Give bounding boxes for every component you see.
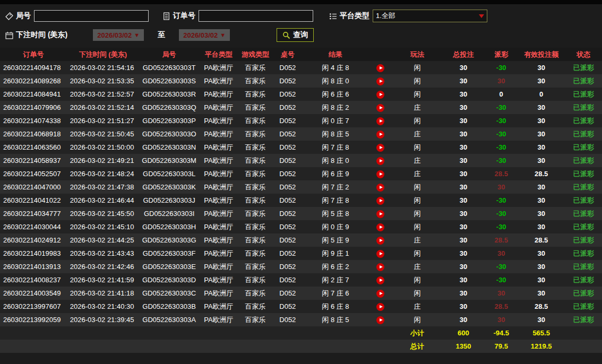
chevron-down-icon: ▼ <box>134 32 140 38</box>
play-triangle <box>380 265 383 268</box>
play-icon[interactable] <box>376 210 384 218</box>
total-bet-cell: 30 <box>442 167 485 180</box>
col-header-table: 桌号 <box>273 48 303 61</box>
total-bet-cell: 30 <box>442 154 485 167</box>
result-cell: 闲 0 庄 7 <box>303 114 368 127</box>
status-cell: 已派彩 <box>565 114 602 127</box>
tag-icon <box>5 12 13 20</box>
payout-cell: -30 <box>485 114 518 127</box>
payout-cell: 30 <box>485 313 518 326</box>
table-no-cell: D052 <box>273 207 303 220</box>
play-type-cell: 闲 <box>393 114 442 127</box>
round-cell: GD0522630303G <box>139 233 199 247</box>
play-icon[interactable] <box>376 276 384 284</box>
play-icon[interactable] <box>376 263 384 271</box>
play-icon[interactable] <box>376 91 384 99</box>
date-to-picker[interactable]: 2026/03/02 ▼ <box>179 29 230 41</box>
table-row: 2603022140410222026-03-02 21:46:44GD0522… <box>0 194 602 207</box>
play-icon[interactable] <box>376 144 384 152</box>
result-cell: 闲 7 庄 8 <box>303 194 368 207</box>
order-input[interactable] <box>199 10 313 22</box>
query-button[interactable]: 查询 <box>277 28 314 42</box>
play-triangle <box>380 292 383 295</box>
query-button-label: 查询 <box>293 30 308 40</box>
play-icon[interactable] <box>376 77 384 85</box>
result-cell: 闲 2 庄 7 <box>303 273 368 287</box>
replay-cell <box>368 74 393 88</box>
round-cell: GD0522630303J <box>139 194 199 207</box>
game-cell: 百家乐 <box>238 88 273 101</box>
col-header-order: 订单号 <box>0 48 67 61</box>
play-icon[interactable] <box>376 197 384 205</box>
payout-cell: 30 <box>485 180 518 194</box>
play-icon[interactable] <box>376 170 384 178</box>
result-cell: 闲 8 庄 0 <box>303 154 368 167</box>
date-from-picker[interactable]: 2026/03/02 ▼ <box>93 29 144 41</box>
replay-cell <box>368 167 393 180</box>
play-triangle <box>380 212 383 215</box>
search-icon <box>282 31 290 39</box>
platform-cell: PA欧洲厅 <box>199 233 238 247</box>
time-cell: 2026-03-02 21:45:50 <box>67 207 139 220</box>
play-icon[interactable] <box>376 131 384 138</box>
platform-select[interactable]: 1.全部 <box>373 10 487 22</box>
total-bet-cell: 30 <box>442 260 485 273</box>
replay-cell <box>368 114 393 127</box>
play-triangle <box>380 199 383 202</box>
play-type-cell: 庄 <box>393 233 442 247</box>
round-label-text: 局号 <box>16 11 31 21</box>
platform-cell: PA欧洲厅 <box>199 220 238 233</box>
play-icon[interactable] <box>376 117 384 125</box>
payout-cell: -30 <box>485 207 518 220</box>
play-icon[interactable] <box>376 316 384 324</box>
game-cell: 百家乐 <box>238 61 273 74</box>
result-cell: 闲 8 庄 5 <box>303 313 368 326</box>
round-cell: GD0522630303K <box>139 180 199 194</box>
table-no-cell: D052 <box>273 220 303 233</box>
payout-cell: 28.5 <box>485 167 518 180</box>
time-cell: 2026-03-02 21:47:38 <box>67 180 139 194</box>
valid-bet-cell: 30 <box>518 101 565 114</box>
play-type-cell: 闲 <box>393 273 442 287</box>
platform-cell: PA欧洲厅 <box>199 88 238 101</box>
play-icon[interactable] <box>376 184 384 192</box>
order-cell: 260302214041022 <box>0 194 67 207</box>
play-icon[interactable] <box>376 104 384 112</box>
valid-bet-cell: 30 <box>518 154 565 167</box>
platform-cell: PA欧洲厅 <box>199 260 238 273</box>
play-icon[interactable] <box>376 157 384 165</box>
order-filter-label: 订单号 <box>162 11 195 21</box>
valid-bet-cell: 30 <box>518 180 565 194</box>
empty-cell <box>368 340 393 353</box>
total-bet-cell: 30 <box>442 313 485 326</box>
order-cell: 260302214034777 <box>0 207 67 220</box>
round-input[interactable] <box>34 10 149 22</box>
play-icon[interactable] <box>376 223 384 231</box>
col-header-round: 局号 <box>139 48 199 61</box>
status-cell: 已派彩 <box>565 260 602 273</box>
payout-cell: -30 <box>485 154 518 167</box>
table-no-cell: D052 <box>273 88 303 101</box>
game-cell: 百家乐 <box>238 207 273 220</box>
play-type-cell: 闲 <box>393 194 442 207</box>
order-cell: 260302214063560 <box>0 141 67 154</box>
play-icon[interactable] <box>376 237 384 245</box>
total-bet-cell: 30 <box>442 114 485 127</box>
result-cell: 闲 7 庄 6 <box>303 287 368 300</box>
play-icon[interactable] <box>376 290 384 298</box>
play-triangle <box>380 279 383 282</box>
total-bet-cell: 30 <box>442 61 485 74</box>
table-row: 2603022140849412026-03-02 21:52:57GD0522… <box>0 88 602 101</box>
status-cell: 已派彩 <box>565 61 602 74</box>
play-icon[interactable] <box>376 250 384 258</box>
play-icon[interactable] <box>376 303 384 311</box>
time-cell: 2026-03-02 21:50:00 <box>67 141 139 154</box>
game-cell: 百家乐 <box>238 127 273 141</box>
table-no-cell: D052 <box>273 114 303 127</box>
empty-cell <box>238 326 273 340</box>
empty-cell <box>0 340 67 353</box>
to-label: 至 <box>158 30 165 40</box>
table-no-cell: D052 <box>273 127 303 141</box>
game-cell: 百家乐 <box>238 273 273 287</box>
play-icon[interactable] <box>376 64 384 72</box>
